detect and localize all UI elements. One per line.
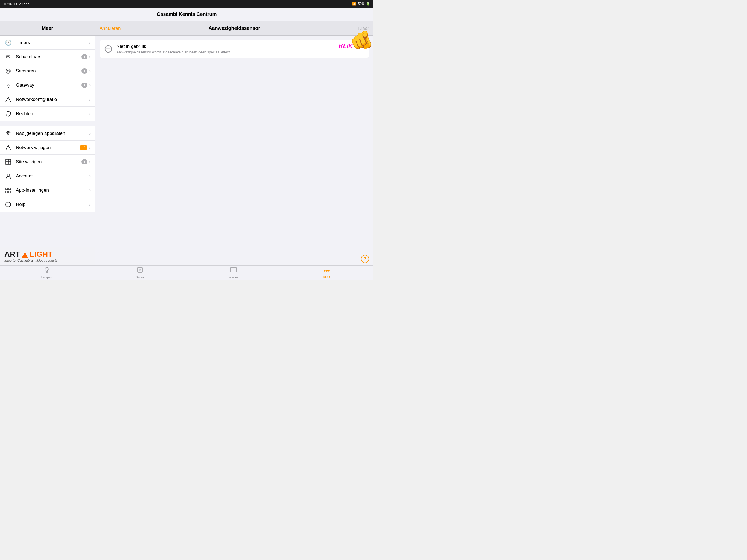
svg-point-2 <box>8 87 9 88</box>
logo-watermark: ART LIGHT Importer Casambi Enabled Produ… <box>0 247 95 265</box>
sidebar-label-rechten: Rechten <box>16 111 89 117</box>
settings-icon <box>4 186 12 194</box>
battery-text: 50% <box>358 2 364 6</box>
status-date: Di 29 dec. <box>15 2 31 6</box>
gateway-badge: 1 <box>81 82 87 88</box>
option-row-niet-in-gebruik[interactable]: Niet in gebruik Aanwezigheidssensor word… <box>100 40 369 58</box>
nearby-icon <box>4 130 12 137</box>
option-chevron: › <box>363 47 365 51</box>
tab-meer[interactable]: ••• Meer <box>280 265 374 280</box>
sidebar-item-netwerk-wijzigen[interactable]: Netwerk wijzigen 44 › <box>0 141 95 155</box>
chevron-icon-9: › <box>89 159 91 164</box>
wifi-icon: 📶 <box>352 2 356 6</box>
app-title: Casambi Kennis Centrum <box>157 11 216 17</box>
gallery-icon: A <box>137 266 143 275</box>
chevron-icon-11: › <box>89 188 91 193</box>
content-header: Annuleren Aanwezigheidssensor Klaar <box>95 21 374 35</box>
sidebar-label-netwerk-wijzigen: Netwerk wijzigen <box>16 145 80 150</box>
gateway-icon <box>4 81 12 89</box>
logo-art4light: ART LIGHT <box>4 250 91 259</box>
sidebar-label-site-wijzigen: Site wijzigen <box>16 159 81 164</box>
help-button[interactable]: ? <box>361 255 369 263</box>
svg-rect-11 <box>6 188 8 190</box>
lamp-icon <box>44 266 50 275</box>
chevron-icon-6: › <box>89 111 91 116</box>
sidebar-item-account[interactable]: Account › <box>0 169 95 183</box>
svg-point-0 <box>7 70 9 72</box>
tab-scenes[interactable]: Scènes <box>187 265 280 280</box>
sidebar-item-site-wijzigen[interactable]: Site wijzigen 1 › <box>0 155 95 169</box>
logo-light-text: LIGHT <box>29 250 52 258</box>
svg-rect-6 <box>6 159 8 161</box>
svg-rect-14 <box>9 191 11 193</box>
content-area: Annuleren Aanwezigheidssensor Klaar Niet… <box>95 21 374 265</box>
content-title: Aanwezigheidssensor <box>95 25 374 31</box>
status-time: 13:16 <box>3 2 12 6</box>
more-icon: ••• <box>324 267 330 274</box>
scenes-icon <box>230 266 237 275</box>
cancel-button[interactable]: Annuleren <box>100 26 121 31</box>
sidebar-label-nabijgelegen: Nabijgelegen apparaten <box>16 131 89 136</box>
sidebar-section-2: Nabijgelegen apparaten › Netwerk wijzige… <box>0 126 95 212</box>
chevron-icon-10: › <box>89 174 91 179</box>
status-bar-left: 13:16 Di 29 dec. <box>3 2 30 6</box>
svg-rect-13 <box>6 191 8 193</box>
svg-marker-5 <box>6 145 11 150</box>
switch-icon: ✉ <box>4 53 12 61</box>
svg-marker-3 <box>6 97 11 102</box>
chevron-icon-3: › <box>89 69 91 74</box>
sidebar-section-1: 🕐 Timers › ✉ Schakelaars 1 › Sensor <box>0 35 95 121</box>
sidebar-label-gateway: Gateway <box>16 82 81 88</box>
sidebar-label-schakelaars: Schakelaars <box>16 54 81 59</box>
tab-lampen-label: Lampen <box>41 276 52 279</box>
sidebar-item-schakelaars[interactable]: ✉ Schakelaars 1 › <box>0 50 95 64</box>
chevron-icon-12: › <box>89 202 91 207</box>
svg-rect-12 <box>9 188 11 190</box>
svg-rect-7 <box>8 159 11 161</box>
netwerk-badge: 44 <box>80 145 87 150</box>
chevron-icon-7: › <box>89 131 91 136</box>
sidebar-label-account: Account <box>16 173 89 179</box>
sidebar-item-rechten[interactable]: Rechten › <box>0 107 95 121</box>
sidebar-header: Meer <box>0 21 95 35</box>
sidebar-item-timers[interactable]: 🕐 Timers › <box>0 35 95 50</box>
sidebar-label-app-instellingen: App-instellingen <box>16 187 89 193</box>
tab-meer-label: Meer <box>324 275 330 278</box>
main-layout: Meer 🕐 Timers › ✉ Schakelaars 1 › <box>0 21 374 265</box>
svg-point-10 <box>7 174 9 176</box>
svg-rect-8 <box>6 162 8 164</box>
chevron-icon-4: › <box>89 83 91 88</box>
schakelaars-badge: 1 <box>81 54 87 59</box>
svg-point-4 <box>7 133 9 134</box>
tab-galerij-label: Galerij <box>136 276 145 279</box>
svg-text:i: i <box>8 203 8 207</box>
chevron-icon: › <box>89 40 91 45</box>
sidebar-label-timers: Timers <box>16 40 89 45</box>
status-bar: 13:16 Di 29 dec. 📶 50% 🔋 <box>0 0 374 8</box>
sidebar-title: Meer <box>42 25 53 31</box>
no-entry-icon <box>104 45 113 53</box>
tab-lampen[interactable]: Lampen <box>0 265 94 280</box>
sidebar-item-gateway[interactable]: Gateway 1 › <box>0 78 95 93</box>
sidebar-item-app-instellingen[interactable]: App-instellingen › <box>0 183 95 198</box>
option-title-niet-in-gebruik: Niet in gebruik <box>117 44 363 49</box>
chevron-icon-8: › <box>89 145 91 150</box>
svg-point-1 <box>6 69 10 73</box>
content-body: Niet in gebruik Aanwezigheidssensor word… <box>95 35 374 265</box>
network2-icon <box>4 144 12 152</box>
logo-triangle-shape <box>22 252 28 258</box>
option-text-niet-in-gebruik: Niet in gebruik Aanwezigheidssensor word… <box>117 44 363 54</box>
chevron-icon-5: › <box>89 97 91 102</box>
sidebar-item-sensoren[interactable]: Sensoren 1 › <box>0 64 95 78</box>
logo-subtitle: Importer Casambi Enabled Products <box>4 259 91 262</box>
clock-icon: 🕐 <box>4 39 12 47</box>
account-icon <box>4 172 12 180</box>
shield-icon <box>4 110 12 118</box>
sidebar-item-nabijgelegen[interactable]: Nabijgelegen apparaten › <box>0 126 95 141</box>
tab-galerij[interactable]: A Galerij <box>94 265 187 280</box>
sidebar-item-help[interactable]: i Help › <box>0 198 95 212</box>
done-button[interactable]: Klaar <box>358 26 369 31</box>
sidebar-item-netwerkconfiguratie[interactable]: Netwerkconfiguratie › <box>0 93 95 107</box>
logo-art-text: ART <box>4 250 20 258</box>
battery-icon: 🔋 <box>366 2 370 6</box>
